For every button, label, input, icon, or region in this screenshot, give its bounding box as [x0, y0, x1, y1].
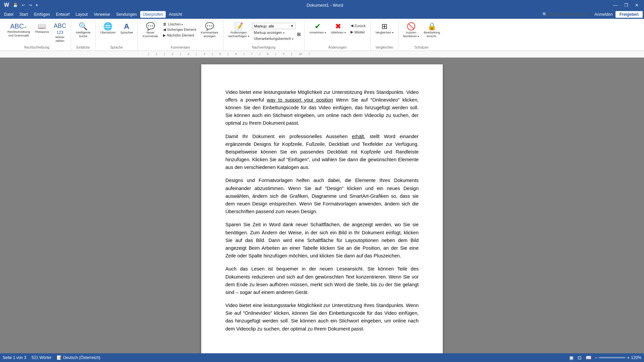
menu-item-entwurf[interactable]: Entwurf: [53, 11, 72, 18]
quick-save-button[interactable]: 💾: [12, 2, 19, 8]
menu-bar: Datei Start Einfügen Entwurf Layout Verw…: [0, 10, 644, 19]
menu-item-sendungen[interactable]: Sendungen: [113, 11, 139, 18]
vorheriges-element-button[interactable]: ◀ Vorheriges Element: [161, 27, 198, 33]
word-offers: offers: [225, 97, 237, 103]
markup-arrow-icon: ▾: [291, 24, 293, 28]
redo-button[interactable]: ↪: [28, 2, 33, 8]
zoom-control: − + 120%: [595, 355, 641, 360]
zurueck-button[interactable]: ◀ Zurück: [348, 23, 368, 28]
rechtschreibung-grammatik-button[interactable]: ABC✓ Rechtschreibungund Grammatik: [5, 21, 32, 39]
autoren-label: Autorenblockieren ▾: [403, 31, 419, 38]
aenderungen-group-label: Änderungen: [328, 46, 347, 49]
ribbon-group-schuetzen: 🚫 Autorenblockieren ▾ 🔒 Bearbeitungeinsc…: [398, 20, 445, 51]
nav-col: ◀ Zurück ▶ Weiter: [348, 21, 368, 35]
signin-button[interactable]: Anmelden: [595, 12, 613, 17]
paragraph-2: Damit Ihr Dokument ein professionelles A…: [225, 133, 419, 172]
what-do-label: Was möchten Sie tun?: [549, 12, 589, 17]
sprache-button[interactable]: A Sprache▾: [118, 21, 135, 36]
schuetzen-items: 🚫 Autorenblockieren ▾ 🔒 Bearbeitungeinsc…: [401, 21, 442, 44]
thesaurus-button[interactable]: 📖 Thesaurus: [33, 21, 51, 35]
customize-button[interactable]: ▾: [35, 2, 39, 8]
status-bar: Seite 1 von 3 521 Wörter 📝 Deutsch (Öste…: [0, 353, 644, 362]
kommentare-group-label: Kommentare: [171, 46, 190, 49]
weiter-button[interactable]: ▶ Weiter: [348, 29, 368, 35]
language-label: Deutsch (Österreich): [63, 355, 100, 360]
sprache-items: 🌐 Übersetzen A Sprache▾: [98, 21, 135, 44]
zoom-slider[interactable]: [599, 357, 626, 358]
intelligente-suche-button[interactable]: 🔍 IntelligenteSuche: [74, 21, 93, 40]
menu-item-ansicht[interactable]: Ansicht: [166, 11, 185, 18]
zurueck-label: Zurück: [355, 24, 366, 28]
markup-col: Markup: alle ▾ Markup anzeigen ▾ Überarb…: [252, 21, 296, 41]
aenderungen-group-items: ✔ Annehmen ▾ ✖ Ablehnen ▾ ◀ Zurück ▶ Wei…: [307, 21, 368, 44]
uebersetzen-label: Übersetzen: [100, 31, 116, 34]
document-area[interactable]: Video bietet eine leistungsstarke Möglic…: [0, 58, 644, 355]
bearbeitung-einschraenken-button[interactable]: 🔒 Bearbeitungeinschr.: [422, 21, 442, 40]
zoom-in-button[interactable]: +: [627, 355, 630, 360]
menu-item-ueberpruefen[interactable]: Überprüfen: [140, 11, 166, 18]
annehmen-button[interactable]: ✔ Annehmen ▾: [307, 21, 328, 36]
neuer-kommentar-button[interactable]: 💬 NeuerKommentar: [141, 21, 160, 40]
autoren-blockieren-button[interactable]: 🚫 Autorenblockieren ▾: [401, 21, 421, 40]
einblicke-items: 🔍 IntelligenteSuche: [74, 21, 93, 44]
rechtschreibung-icon: ABC✓: [10, 23, 27, 29]
loeschen-button[interactable]: 🗑 Löschen ▾: [161, 21, 198, 27]
thesaurus-icon: 📖: [38, 23, 46, 29]
paragraph-3: Designs und Formatvorlagen helfen auch d…: [225, 177, 419, 216]
title-bar: W 💾 ↩ ↪ ▾ Dokument1 - Word — ❐ ✕: [0, 0, 644, 10]
schuetzen-group-label: Schützen: [415, 46, 429, 49]
close-button[interactable]: ✕: [632, 2, 641, 8]
zoom-out-button[interactable]: −: [595, 355, 597, 360]
bearbeitung-icon: 🔒: [427, 23, 436, 30]
share-button[interactable]: Freigeben: [615, 11, 643, 18]
naechstes-element-button[interactable]: ▶ Nächstes Element: [161, 33, 198, 38]
ribbon-group-einblicke: 🔍 IntelligenteSuche Einblicke: [71, 20, 96, 51]
ribbon-group-kommentare: 💬 NeuerKommentar 🗑 Löschen ▾ ◀ Vorherige…: [138, 20, 223, 51]
uebersetzen-button[interactable]: 🌐 Übersetzen: [98, 21, 118, 36]
menu-item-datei[interactable]: Datei: [1, 11, 16, 18]
menu-item-einfuegen[interactable]: Einfügen: [31, 11, 52, 18]
restore-button[interactable]: ❐: [622, 2, 631, 8]
woerter-zaehlen-button[interactable]: ABC123 Wörterzählen: [52, 21, 68, 44]
kommentare-anzeigen-button[interactable]: 💬 Kommentareanzeigen: [199, 21, 220, 40]
document[interactable]: Video bietet eine leistungsstarke Möglic…: [201, 64, 443, 355]
markup-anzeigen-button[interactable]: Markup anzeigen ▾: [252, 30, 296, 35]
paragraph-6: Video bietet eine leistungsstarke Möglic…: [225, 302, 419, 333]
print-layout-button[interactable]: ▣: [569, 354, 574, 361]
ribbon-group-nachverfolgung: 📝 Änderungennachverfolgen ▾ Markup: alle…: [223, 20, 305, 51]
woerter-label: Wörterzählen: [55, 36, 64, 43]
weiter-label: Weiter: [355, 30, 365, 34]
page-info: Seite 1 von 3: [3, 355, 26, 360]
ribbon-group-vergleichen: ⊞ Vergleichen ▾ Vergleichen: [371, 20, 398, 51]
intelligente-suche-label: IntelligenteSuche: [76, 31, 91, 38]
markup-anzeigen-label: Markup anzeigen ▾: [254, 31, 284, 35]
read-view-button[interactable]: 📖: [585, 354, 592, 361]
markup-dropdown[interactable]: Markup: alle ▾: [252, 23, 296, 29]
rechtschreibung-group-label: Rechtschreibung: [24, 46, 49, 49]
ueberarbeitungsbereich-button[interactable]: Überarbeitungsbereich ▾: [252, 36, 296, 41]
autoren-icon: 🚫: [407, 23, 416, 30]
kommentare-items: 💬 NeuerKommentar 🗑 Löschen ▾ ◀ Vorherige…: [141, 21, 220, 44]
menu-item-start[interactable]: Start: [17, 11, 31, 18]
word-logo-icon: W: [3, 2, 10, 8]
menu-item-verweise[interactable]: Verweise: [91, 11, 113, 18]
aenderungen-nachverfolgen-button[interactable]: 📝 Änderungennachverfolgen ▾: [226, 21, 251, 40]
ablehnen-icon: ✖: [335, 23, 341, 30]
ablehnen-button[interactable]: ✖ Ablehnen ▾: [329, 21, 348, 36]
web-layout-button[interactable]: ⊡: [577, 354, 582, 361]
vergleichen-icon: ⊞: [381, 23, 387, 30]
minimize-button[interactable]: —: [610, 2, 620, 8]
menu-bar-right: 🔍 Was möchten Sie tun? Anmelden Freigebe…: [540, 11, 643, 18]
what-do-search[interactable]: 🔍 Was möchten Sie tun?: [540, 12, 592, 17]
rechtschreibung-label: Rechtschreibungund Grammatik: [7, 30, 30, 38]
undo-button[interactable]: ↩: [20, 2, 26, 8]
menu-item-layout[interactable]: Layout: [73, 11, 90, 18]
paragraph-1: Video bietet eine leistungsstarke Möglic…: [225, 88, 419, 127]
vergleichen-button[interactable]: ⊞ Vergleichen ▾: [373, 21, 395, 36]
ueberarbeitungsbereich-label: Überarbeitungsbereich ▾: [254, 37, 293, 41]
weiter-icon: ▶: [351, 30, 353, 34]
vorheriges-icon: ◀: [163, 27, 166, 32]
thesaurus-label: Thesaurus: [35, 30, 49, 34]
sprache-group-label: Sprache: [110, 46, 123, 49]
nachverfolgung-expand-button[interactable]: ⊞: [296, 31, 302, 38]
